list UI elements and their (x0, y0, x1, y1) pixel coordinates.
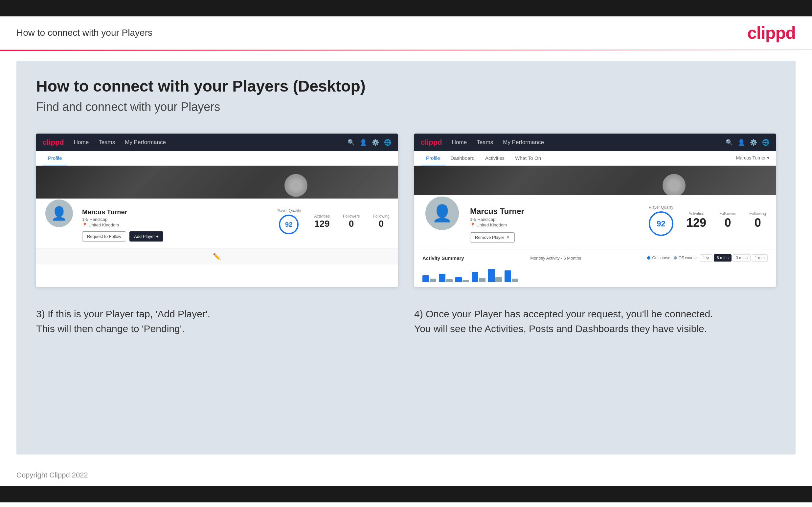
screenshots-row: clippd Home Teams My Performance 🔍 👤 ⚙️ … (36, 133, 776, 287)
nav-myperformance-left[interactable]: My Performance (125, 139, 166, 146)
following-stat-left: Following 0 (373, 214, 390, 229)
followers-stat-left: Followers 0 (343, 214, 360, 229)
chart-bar-off-1 (429, 279, 436, 282)
activity-summary-right: Activity Summary Monthly Activity - 6 Mo… (414, 249, 776, 287)
player-name-left: Marcus Turner (82, 208, 268, 216)
page-subtitle: Find and connect with your Players (36, 100, 776, 114)
app-tabs-right: Profile Dashboard Activities What To On … (414, 151, 776, 166)
legend-off-course: Off course (674, 256, 697, 260)
app-logo-right: clippd (421, 138, 442, 147)
tab-dashboard-right[interactable]: Dashboard (445, 151, 480, 165)
chart-bar-off-2 (446, 279, 453, 282)
nav-home-right[interactable]: Home (452, 139, 467, 146)
search-icon-left[interactable]: 🔍 (348, 139, 355, 146)
user-icon-left[interactable]: 👤 (360, 139, 367, 146)
request-follow-button[interactable]: Request to Follow (82, 231, 126, 241)
quality-container-right: Player Quality 92 (649, 205, 673, 236)
profile-info-left: Marcus Turner 1-5 Handicap 📍 United King… (82, 205, 268, 241)
globe-icon-right[interactable]: 🌐 (762, 139, 769, 146)
screenshot-bottom-left: ✏️ (36, 248, 398, 265)
activity-title-right: Activity Summary (422, 255, 464, 261)
nav-teams-left[interactable]: Teams (99, 139, 115, 146)
player-dropdown-right[interactable]: Marcus Turner ▾ (736, 151, 769, 165)
nav-home-left[interactable]: Home (74, 139, 89, 146)
tab-profile-right[interactable]: Profile (421, 151, 445, 165)
page-title: How to connect with your Players (Deskto… (36, 77, 776, 95)
avatar-left: 👤 (44, 199, 74, 228)
chart-bar-off-6 (512, 279, 518, 282)
tab-activities-right[interactable]: Activities (480, 151, 510, 165)
app-tabs-left: Profile (36, 151, 398, 166)
tab-profile-left[interactable]: Profile (43, 151, 67, 165)
chart-bar-on-4 (472, 272, 478, 282)
chart-bar-on-1 (422, 275, 429, 282)
avatar-icon-right: 👤 (432, 204, 452, 223)
header-logo: clippd (747, 23, 796, 43)
settings-icon-right[interactable]: ⚙️ (750, 139, 757, 146)
app-navbar-left: clippd Home Teams My Performance 🔍 👤 ⚙️ … (36, 133, 398, 151)
remove-player-button[interactable]: Remove Player ✕ (470, 232, 515, 242)
legend-dot-on (647, 256, 650, 260)
search-icon-right[interactable]: 🔍 (726, 139, 733, 146)
description-3-text: 3) If this is your Player tap, 'Add Play… (36, 306, 398, 336)
avatar-icon-left: 👤 (51, 206, 67, 221)
header-divider (0, 50, 812, 51)
tab-whattoon-right[interactable]: What To On (510, 151, 546, 165)
main-content: How to connect with your Players (Deskto… (16, 61, 796, 454)
legend-on-course: On course (647, 256, 670, 260)
profile-buttons-right: Remove Player ✕ (470, 232, 629, 242)
nav-icons-right: 🔍 👤 ⚙️ 🌐 (726, 139, 769, 146)
chart-group-4 (472, 272, 486, 282)
description-4: 4) Once your Player has accepted your re… (414, 306, 776, 336)
quality-circle-left: 92 (279, 215, 299, 234)
nav-myperformance-right[interactable]: My Performance (503, 139, 544, 146)
player-location-left: 📍 United Kingdom (82, 223, 268, 227)
nav-teams-right[interactable]: Teams (476, 139, 493, 146)
mockup-left: clippd Home Teams My Performance 🔍 👤 ⚙️ … (36, 133, 398, 287)
activity-controls-right: On course Off course 1 yr 6 mths 3 mths … (647, 254, 768, 262)
avatar-right: 👤 (424, 195, 460, 231)
chart-bar-on-2 (439, 274, 445, 282)
banner-circle-right (663, 174, 686, 197)
quality-container-left: Player Quality 92 (276, 208, 301, 234)
period-3mths[interactable]: 3 mths (733, 254, 751, 262)
footer: Copyright Clippd 2022 (0, 464, 812, 486)
chart-bar-on-6 (505, 270, 511, 282)
profile-info-right: Marcus Turner 1-5 Handicap 📍 United King… (470, 202, 629, 242)
add-player-button[interactable]: Add Player + (130, 231, 163, 241)
location-icon-left: 📍 (82, 223, 87, 227)
close-icon-remove: ✕ (506, 235, 510, 240)
chart-group-2 (439, 274, 453, 282)
player-handicap-right: 1-5 Handicap (470, 217, 629, 222)
profile-buttons-left: Request to Follow Add Player + (82, 231, 268, 241)
quality-circle-right: 92 (649, 211, 673, 236)
globe-icon-left[interactable]: 🌐 (384, 139, 391, 146)
chart-group-6 (505, 270, 518, 282)
period-6mths[interactable]: 6 mths (714, 254, 731, 262)
following-stat-right: Following 0 (749, 211, 766, 230)
player-location-right: 📍 United Kingdom (470, 223, 629, 227)
period-1yr[interactable]: 1 yr (700, 254, 712, 262)
mockup-right: clippd Home Teams My Performance 🔍 👤 ⚙️ … (414, 133, 776, 287)
settings-icon-left[interactable]: ⚙️ (372, 139, 379, 146)
app-navbar-right: clippd Home Teams My Performance 🔍 👤 ⚙️ … (414, 133, 776, 151)
chart-group-5 (488, 269, 502, 282)
bottom-bar (0, 486, 812, 502)
header: How to connect with your Players clippd (0, 16, 812, 50)
user-icon-right[interactable]: 👤 (738, 139, 745, 146)
period-buttons: 1 yr 6 mths 3 mths 1 mth (700, 254, 768, 262)
stats-row-left: Player Quality 92 Activities 129 Followe… (276, 208, 390, 234)
profile-section-right: 👤 Marcus Turner 1-5 Handicap 📍 United Ki… (414, 195, 776, 249)
player-name-right: Marcus Turner (470, 207, 629, 216)
chart-bar-off-3 (462, 280, 469, 282)
banner-circle-left (285, 174, 307, 197)
activity-header-right: Activity Summary Monthly Activity - 6 Mo… (422, 254, 768, 262)
followers-stat-right: Followers 0 (719, 211, 736, 230)
description-4-text: 4) Once your Player has accepted your re… (414, 306, 776, 336)
location-icon-right: 📍 (470, 223, 475, 227)
pen-icon-left: ✏️ (213, 253, 221, 261)
chart-bar-off-4 (479, 278, 486, 282)
chart-group-1 (422, 275, 436, 282)
period-1mth[interactable]: 1 mth (752, 254, 768, 262)
top-bar (0, 0, 812, 16)
